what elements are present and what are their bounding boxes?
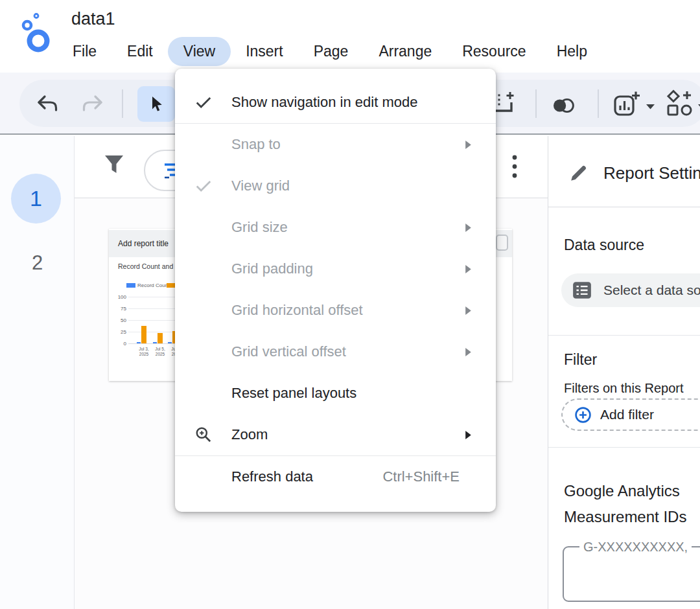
menu-item-show-navigation[interactable]: Show navigation in edit mode <box>175 82 496 123</box>
report-title-placeholder[interactable]: Add report title <box>118 230 169 257</box>
panel-header: Report Settings <box>548 136 700 207</box>
toolbar-divider <box>535 89 537 118</box>
chart-title: Record Count and C <box>118 262 180 270</box>
bar-orange <box>158 333 163 343</box>
submenu-arrow-icon <box>465 140 472 150</box>
zoom-in-icon <box>194 426 231 444</box>
legend-label: Record Count <box>137 282 169 288</box>
menu-item-grid-vertical-offset[interactable]: Grid vertical offset <box>175 331 496 373</box>
ga-measurement-heading: Google Analytics Measurement IDs <box>564 478 686 530</box>
submenu-arrow-icon <box>465 223 472 233</box>
toolbar-divider <box>598 89 599 118</box>
checkmark-icon <box>194 93 231 111</box>
ga-measurement-id-input[interactable]: G-XXXXXXXXXX, <box>563 546 700 602</box>
ga-input-floating-label: G-XXXXXXXXXX, <box>579 540 692 555</box>
menu-item-view-grid[interactable]: View grid <box>175 165 496 207</box>
menu-item-grid-size[interactable]: Grid size <box>175 207 496 248</box>
legend-swatch-blue <box>126 283 135 288</box>
y-tick: 25 <box>109 329 126 335</box>
x-tick: Jul 5, 2025 <box>152 347 169 357</box>
pencil-icon <box>569 163 589 183</box>
document-title[interactable]: data1 <box>71 9 115 29</box>
view-dropdown-menu: Show navigation in edit mode Snap to Vie… <box>175 69 496 512</box>
page-1-button[interactable]: 1 <box>11 174 61 224</box>
y-tick: 100 <box>109 294 126 300</box>
add-chart-button[interactable] <box>612 89 643 119</box>
bar-blue <box>168 342 172 343</box>
menu-insert[interactable]: Insert <box>246 43 283 60</box>
y-tick: 75 <box>109 306 126 312</box>
menubar: File Edit View Insert Page Arrange Resou… <box>73 43 587 60</box>
filter-heading: Filter <box>564 351 597 369</box>
looker-studio-app: data1 File Edit View Insert Page Arrange… <box>0 0 700 609</box>
select-data-source-button[interactable]: Select a data source <box>561 273 700 307</box>
menu-item-grid-horizontal-offset[interactable]: Grid horizontal offset <box>175 290 496 331</box>
menu-view[interactable]: View <box>168 37 231 66</box>
select-tool-button[interactable] <box>137 86 175 122</box>
report-header-button[interactable] <box>496 235 508 251</box>
bar-orange <box>141 326 146 343</box>
undo-button[interactable] <box>34 91 60 117</box>
checkmark-icon <box>194 177 231 195</box>
y-tick: 0 <box>109 341 126 347</box>
menu-resource[interactable]: Resource <box>462 43 526 60</box>
add-circle-icon <box>574 406 592 424</box>
select-data-source-label: Select a data source <box>603 282 700 298</box>
menu-item-snap-to[interactable]: Snap to <box>175 124 496 165</box>
add-control-icon <box>666 89 695 118</box>
menu-edit[interactable]: Edit <box>127 43 153 60</box>
kebab-menu-icon <box>512 154 517 180</box>
menu-file[interactable]: File <box>73 43 97 60</box>
menu-item-zoom[interactable]: Zoom <box>175 414 496 455</box>
more-options-button[interactable] <box>510 153 519 181</box>
bar-blue <box>153 342 157 343</box>
add-filter-button[interactable]: Add filter <box>561 398 700 431</box>
ga-heading-line1: Google Analytics <box>564 478 686 504</box>
x-tick: Jul 3, 2025 <box>135 347 152 357</box>
submenu-arrow-icon <box>465 264 472 274</box>
menu-item-reset-panel-layouts[interactable]: Reset panel layouts <box>175 373 496 414</box>
app-header: data1 File Edit View Insert Page Arrange… <box>0 0 700 73</box>
add-filter-label: Add filter <box>600 407 654 422</box>
chevron-down-icon[interactable] <box>646 104 655 109</box>
menu-item-refresh-data[interactable]: Refresh data Ctrl+Shift+E <box>175 456 496 498</box>
blend-icon <box>551 95 577 117</box>
filter-subtext: Filters on this Report <box>564 381 684 396</box>
menu-item-grid-padding[interactable]: Grid padding <box>175 248 496 290</box>
y-tick: 50 <box>109 317 126 323</box>
pages-rail: 1 2 <box>0 136 75 609</box>
looker-studio-logo-icon[interactable] <box>21 12 54 53</box>
data-source-icon <box>572 280 592 301</box>
panel-title: Report Settings <box>603 163 700 183</box>
redo-button[interactable] <box>80 91 106 117</box>
toolbar-divider <box>122 89 123 118</box>
section-divider <box>548 447 700 448</box>
submenu-arrow-icon <box>465 306 472 316</box>
bar-blue <box>137 342 141 343</box>
keyboard-shortcut: Ctrl+Shift+E <box>382 468 460 485</box>
menu-arrange[interactable]: Arrange <box>379 43 432 60</box>
legend-swatch-orange <box>167 283 176 288</box>
section-divider <box>548 335 700 336</box>
page-2-button[interactable]: 2 <box>0 251 75 275</box>
redo-icon <box>81 93 104 115</box>
menu-help[interactable]: Help <box>557 43 587 60</box>
ga-heading-line2: Measurement IDs <box>564 504 686 530</box>
data-source-heading: Data source <box>564 236 644 254</box>
undo-icon <box>36 93 59 115</box>
chevron-down-icon[interactable] <box>697 104 700 109</box>
report-settings-panel: Report Settings Data source Select a dat… <box>548 136 700 609</box>
cursor-arrow-icon <box>148 95 165 113</box>
filter-funnel-icon[interactable] <box>102 153 126 178</box>
submenu-arrow-icon <box>465 430 472 440</box>
blend-data-button[interactable] <box>551 93 577 119</box>
add-chart-icon <box>612 89 642 118</box>
submenu-arrow-icon <box>465 347 472 357</box>
menu-page[interactable]: Page <box>314 43 349 60</box>
add-control-button[interactable] <box>665 89 696 119</box>
